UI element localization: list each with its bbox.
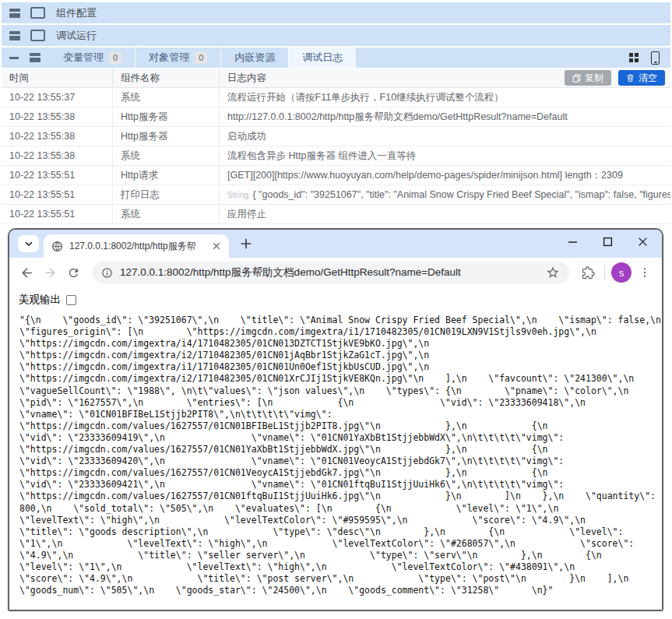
component-config-title: 组件配置 [56,6,97,20]
panel-rows-icon[interactable] [30,53,40,62]
log-content: http://127.0.0.1:8002/http/http服务帮助文档dem… [220,107,670,126]
profile-avatar[interactable]: s [611,262,632,283]
tab-variable-management[interactable]: 变量管理 0 [50,47,135,68]
close-icon [213,242,220,250]
tab-object-management[interactable]: 对象管理 0 [135,47,221,68]
debug-tabbar: 变量管理 0 对象管理 0 内嵌资源 调试日志 [2,47,670,68]
component-config-bar[interactable]: 组件配置 [2,2,670,23]
json-response-body: "{\n \"goods_id\": \"39251067\",\n \"tit… [19,315,662,596]
collapse-icon[interactable] [9,57,19,59]
window-maximize-button[interactable] [603,237,613,247]
log-row[interactable]: 10-22 13:55:51 系统 应用停止 [2,205,670,224]
column-header-time: 时间 [2,69,113,87]
url-text[interactable]: 127.0.0.1:8002/http/http服务帮助文档demo/GetHt… [120,266,539,280]
maximize-icon [603,237,613,247]
panel-rows-icon [9,31,20,40]
pretty-output-label: 美观输出 [19,293,61,307]
log-component: Http服务器 [113,127,220,146]
window-icon [30,30,45,41]
toolbar-divider [604,266,605,280]
copy-button[interactable]: 复制 [565,70,611,86]
log-component: Http请求 [113,166,220,185]
log-time: 10-22 13:55:51 [2,185,113,204]
log-content: 启动成功 [220,127,670,146]
column-header-component: 组件名称 [113,69,220,87]
browser-page-content: 美观输出 "{\n \"goods_id\": \"39251067\",\n … [9,287,662,610]
debug-run-title: 调试运行 [56,29,97,43]
tab-close-button[interactable] [210,240,223,252]
window-close-button[interactable] [638,237,648,247]
phone-icon[interactable] [651,51,660,65]
window-minimize-button[interactable] [568,237,578,247]
extensions-icon[interactable] [578,262,598,283]
log-component: 系统 [113,146,220,165]
log-row[interactable]: 10-22 13:55:38 Http服务器 http://127.0.0.1:… [2,107,670,127]
panel-rows-icon [9,9,20,18]
back-button[interactable] [16,262,37,283]
log-row[interactable]: 10-22 13:55:51 Http请求 [GET][200][https:/… [2,166,670,185]
trash-icon [626,73,635,83]
browser-tab[interactable]: 127.0.0.1:8002/http/http服务帮 [44,234,229,258]
log-time: 10-22 13:55:51 [2,205,113,223]
value-type-tag: String [227,190,248,199]
copy-icon [572,74,581,83]
reload-icon [67,266,80,280]
bookmark-star-icon[interactable] [546,266,560,280]
log-time: 10-22 13:55:38 [2,146,113,165]
plus-icon [240,237,252,250]
log-component: 系统 [113,205,220,223]
clear-button[interactable]: 清空 [618,70,665,86]
debug-run-bar[interactable]: 调试运行 [2,25,670,46]
tab-badge-count: 0 [195,52,207,64]
log-time: 10-22 13:55:37 [2,88,113,107]
globe-icon [51,241,63,252]
debug-log-table: 时间 组件名称 日志内容 复制 清空 10-22 13:55:37 系统 流程运… [2,69,670,224]
browser-window: 127.0.0.1:8002/http/http服务帮 127.0.0.1:80… [8,228,663,611]
minimize-icon [568,237,578,247]
info-icon[interactable] [101,267,113,279]
puzzle-icon [582,266,595,280]
tab-label: 变量管理 [63,51,104,65]
browser-tabstrip: 127.0.0.1:8002/http/http服务帮 [9,230,662,258]
browser-menu-button[interactable] [635,262,655,283]
log-table-header: 时间 组件名称 日志内容 复制 清空 [2,69,670,88]
three-dots-icon [639,266,651,279]
tab-label: 内嵌资源 [234,51,275,65]
log-component: 打印日志 [113,185,220,204]
tab-search-button[interactable] [18,235,39,252]
tab-label: 对象管理 [149,51,189,65]
window-icon [30,7,45,19]
new-tab-button[interactable] [240,237,252,250]
tab-embedded-resources[interactable]: 内嵌资源 [221,47,289,68]
log-time: 10-22 13:55:38 [2,107,113,126]
log-time: 10-22 13:55:38 [2,127,113,146]
log-content: 应用停止 [220,205,670,223]
log-component: Http服务器 [113,107,220,126]
pretty-output-checkbox[interactable] [66,295,76,305]
log-row[interactable]: 10-22 13:55:37 系统 流程运行开始（请按F11单步执行，F10继续… [2,88,670,107]
close-icon [638,237,648,247]
browser-tab-title: 127.0.0.1:8002/http/http服务帮 [69,240,204,253]
chevron-down-icon [24,239,33,248]
log-component: 系统 [113,88,220,107]
windows-icon[interactable] [629,53,639,62]
log-content: [GET][200][https://www.huoyuyan.com/help… [220,166,670,185]
tab-debug-log[interactable]: 调试日志 [289,47,356,68]
log-row[interactable]: 10-22 13:55:51 打印日志 String{ "goods_id": … [2,185,670,205]
tab-badge-count: 0 [109,52,121,64]
log-content: 流程运行开始（请按F11单步执行，F10继续执行调试整个流程） [220,88,670,107]
tab-label: 调试日志 [302,51,343,65]
log-time: 10-22 13:55:51 [2,166,113,185]
forward-button[interactable] [40,262,60,283]
browser-toolbar: 127.0.0.1:8002/http/http服务帮助文档demo/GetHt… [9,258,662,287]
address-bar[interactable]: 127.0.0.1:8002/http/http服务帮助文档demo/GetHt… [92,262,569,283]
log-row[interactable]: 10-22 13:55:38 Http服务器 启动成功 [2,127,670,146]
log-content: String{ "goods_id": "39251067", "title":… [220,185,670,204]
forward-arrow-icon [43,266,58,280]
reload-button[interactable] [63,262,83,283]
log-content: 流程包含异步 Http服务器 组件进入一直等待 [220,146,670,165]
log-row[interactable]: 10-22 13:55:38 系统 流程包含异步 Http服务器 组件进入一直等… [2,146,670,166]
back-arrow-icon [19,266,34,280]
